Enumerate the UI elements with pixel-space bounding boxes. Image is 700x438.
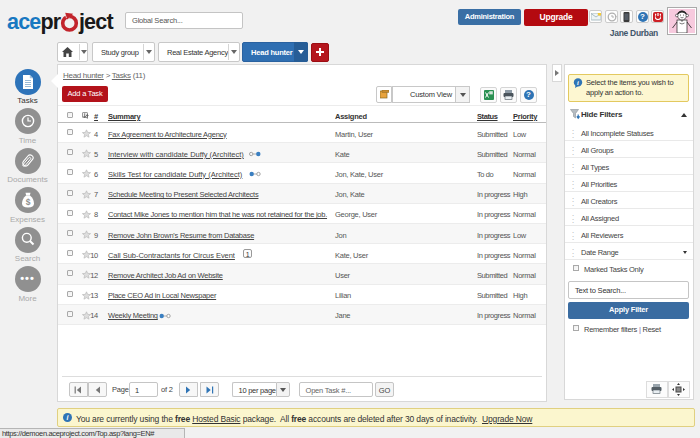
svg-text:i: i <box>577 79 579 86</box>
svg-text:$: $ <box>25 197 30 207</box>
